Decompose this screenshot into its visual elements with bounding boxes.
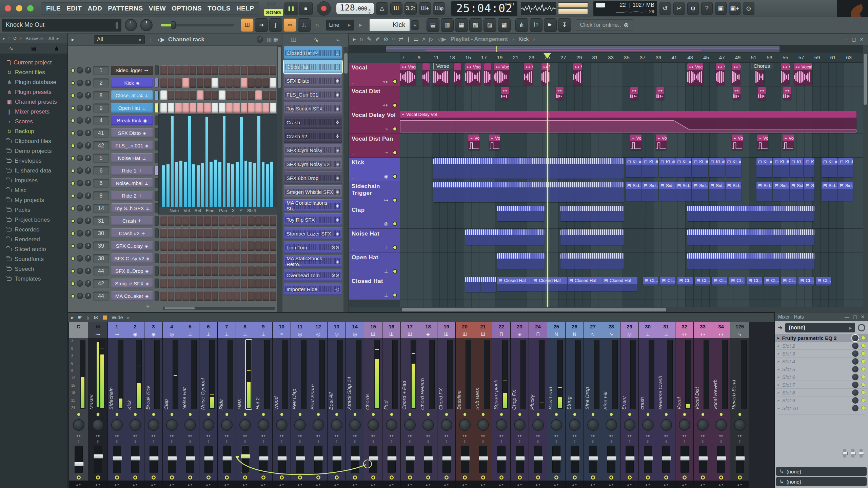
help-button[interactable]: ? [701, 2, 713, 15]
mixer-strip-13-beat-all[interactable]: 13◎Beat All◂ ▸⇧▴ ▾ [328, 322, 346, 488]
velocity-bar[interactable] [179, 161, 182, 207]
browser-next-icon[interactable]: ▸ [57, 36, 59, 41]
minimize-icon[interactable]: — [844, 37, 848, 42]
step-cell[interactable] [160, 253, 167, 263]
channel-target-number[interactable]: 8 [93, 91, 109, 100]
strip-pan-knob[interactable] [679, 419, 690, 431]
strip-enable-led[interactable] [298, 412, 302, 416]
step-cell[interactable] [248, 291, 255, 301]
select-icon[interactable]: ▭ [414, 36, 419, 42]
channel-name-button[interactable]: MA Co..aker◈ [111, 291, 153, 301]
clip-cl-#3[interactable]: ⊟CL..#3 [764, 277, 779, 286]
channel-led[interactable] [71, 94, 75, 98]
loop-record-button[interactable]: Ш+ [419, 2, 431, 15]
clip-sid-2[interactable]: ⊟Sid..2 [726, 182, 742, 201]
step-cell[interactable] [204, 253, 211, 263]
clip-ki-#2[interactable]: ⊟Ki..#2 [709, 158, 725, 177]
clip-cl-#3[interactable]: ⊟CL..#3 [798, 277, 813, 286]
channel-volume-knob[interactable] [85, 80, 91, 86]
picker-item-importer-ride[interactable]: Importer Ride◎ [284, 283, 342, 296]
step-cell[interactable] [233, 241, 240, 251]
strip-pan-knob[interactable] [331, 419, 342, 431]
strip-fader-handle[interactable] [204, 456, 214, 461]
strip-name[interactable]: Hat 2 [255, 398, 260, 410]
strip-pan-knob[interactable] [660, 419, 672, 431]
strip-fader-handle[interactable] [735, 456, 745, 461]
strip-route-arrow[interactable]: ⇧ [328, 439, 346, 444]
slot-arrow-icon[interactable]: ▸ [777, 367, 780, 371]
clip-vocal[interactable]: ⊶Vocal [400, 63, 416, 85]
send-ring-led[interactable] [335, 475, 339, 480]
clip-vo-n[interactable]: ⌁Vo..n [757, 135, 768, 150]
clip-vocal[interactable] [454, 63, 461, 85]
channel-pan-knob[interactable] [77, 192, 83, 199]
clip-open-hat[interactable] [560, 253, 624, 269]
clip-closed-hat[interactable]: ⊟Closed Hat [497, 277, 532, 291]
send-ring-led[interactable] [280, 475, 284, 480]
step-cell[interactable] [226, 216, 233, 226]
automation-tab-icon[interactable]: ⌁ [336, 36, 340, 44]
channel-target-number[interactable]: 38 [93, 254, 109, 263]
strip-route-arrow[interactable]: ⇧ [218, 439, 236, 444]
fx-mini-fader[interactable] [843, 449, 846, 458]
channel-select-strip[interactable] [155, 90, 159, 100]
strip-enable-led[interactable] [719, 412, 723, 416]
strip-name[interactable]: Chord FX [438, 388, 443, 410]
step-cell[interactable] [204, 216, 211, 226]
headphones-icon[interactable]: ∩ [315, 22, 319, 28]
mixer-strip-16-pad[interactable]: 16ШPad◂ ▸⇧▴ ▾ [382, 322, 401, 488]
browser-item-my-projects[interactable]: My projects [0, 195, 67, 205]
clip-sid-2[interactable]: ⊟Sid..2 [709, 182, 725, 201]
step-cell[interactable] [241, 65, 248, 75]
pat-song-switch[interactable]: PAT SONG [264, 1, 282, 16]
strip-enable-led[interactable] [499, 412, 504, 416]
channel-pan-knob[interactable] [77, 142, 83, 149]
strip-fader-handle[interactable] [589, 456, 598, 461]
track-header-sidechain-trigger[interactable]: Sidechain Trigger...⊶ [349, 181, 400, 205]
step-cell[interactable] [270, 103, 277, 113]
strip-pan-knob[interactable] [184, 419, 196, 431]
strip-fader-handle[interactable] [552, 456, 561, 461]
graph-editor[interactable]: NoteVelRelFinePanXYShift [158, 114, 277, 215]
track-options[interactable]: ... [352, 293, 357, 298]
close-window-button[interactable] [5, 5, 11, 12]
picker-item-crash[interactable]: Crash✛ [284, 116, 342, 129]
step-cell[interactable] [175, 253, 182, 263]
send-ring-led[interactable] [646, 475, 650, 480]
track-mute-led[interactable] [393, 103, 397, 107]
waveform-tab-icon[interactable]: ∿ [314, 36, 319, 44]
strip-route-arrow[interactable]: ⇧ [437, 439, 455, 444]
strip-enable-led[interactable] [609, 412, 613, 416]
channel-led[interactable] [71, 231, 75, 236]
step-cell[interactable] [204, 291, 211, 301]
strip-number[interactable]: 1 [108, 322, 126, 330]
mixer-strip-master[interactable]: M⊶Master◂ ▸⇧▴ ▾ [88, 322, 108, 488]
clip--[interactable]: ⊶.. [656, 87, 664, 100]
channel-select-strip[interactable] [155, 228, 159, 238]
channel-volume-knob[interactable] [85, 105, 91, 111]
strip-fader[interactable] [204, 446, 213, 473]
mixer-strip-18-chord-reverb[interactable]: 18◈Chord Reverb◂ ▸⇧▴ ▾ [419, 322, 437, 488]
step-cell[interactable] [197, 78, 204, 88]
step-cell[interactable] [248, 241, 255, 251]
strip-route-arrow[interactable]: ⇧ [88, 439, 107, 444]
strip-route-arrow[interactable]: ⇧ [273, 439, 291, 444]
master-volume-knob[interactable] [125, 19, 137, 31]
channel-select-strip[interactable] [155, 216, 159, 226]
mixer-strip-4-clap[interactable]: 4◎Clap◂ ▸⇧▴ ▾ [163, 322, 181, 488]
playlist-subtitle[interactable]: Kick [518, 36, 529, 42]
play-pause-button[interactable]: ❚❚ [284, 2, 298, 15]
velocity-bar[interactable] [218, 162, 221, 207]
strip-number[interactable]: 2 [126, 322, 144, 330]
step-cell[interactable] [197, 65, 204, 75]
strip-route-arrow[interactable]: ⇧ [401, 439, 419, 444]
velocity-bar[interactable] [240, 117, 243, 207]
blend-record-button[interactable]: Шφ [433, 2, 445, 15]
step-cell[interactable] [241, 266, 248, 276]
channel-led[interactable] [71, 257, 75, 261]
strip-number[interactable]: 15 [364, 322, 382, 330]
channel-select-strip[interactable] [155, 253, 159, 263]
fx-slot-mix-knob[interactable] [852, 374, 859, 380]
fx-output-row-1[interactable]: ↳ (none) [776, 467, 867, 476]
strip-pan-knob[interactable] [569, 419, 580, 431]
